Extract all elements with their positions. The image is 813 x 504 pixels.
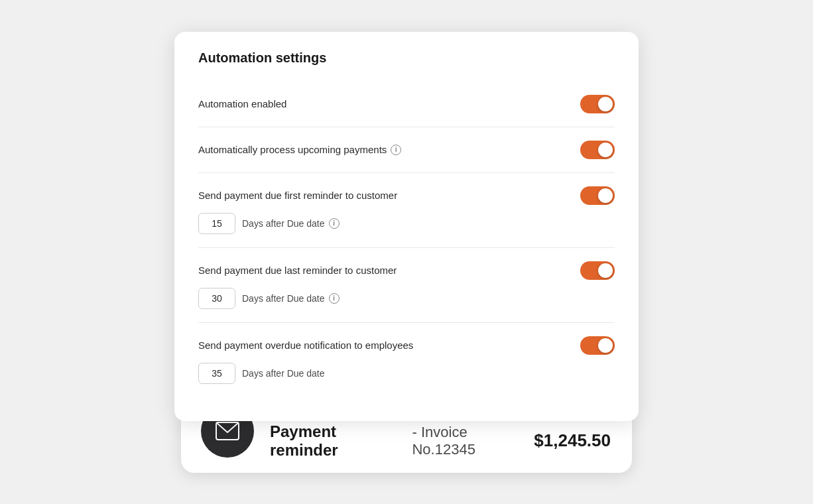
toggle-thumb: [598, 188, 613, 203]
setting-row-last-reminder: Send payment due last reminder to custom…: [198, 248, 615, 323]
envelope-icon: [216, 422, 239, 440]
setting-row-overdue: Send payment overdue notification to emp…: [198, 323, 615, 397]
first-reminder-days-input[interactable]: [198, 213, 235, 234]
first-reminder-toggle[interactable]: [580, 186, 615, 205]
setting-row-first-reminder: Send payment due first reminder to custo…: [198, 173, 615, 248]
toggle-track: [580, 336, 615, 355]
last-reminder-top: Send payment due last reminder to custom…: [198, 261, 615, 280]
first-reminder-days-label: Days after Due date i: [242, 218, 340, 229]
overdue-toggle[interactable]: [580, 336, 615, 355]
first-reminder-days-info-icon[interactable]: i: [329, 218, 340, 229]
toggle-thumb: [598, 263, 613, 278]
toggle-track: [580, 261, 615, 280]
last-reminder-days-info-icon[interactable]: i: [329, 293, 340, 304]
toggle-track: [580, 95, 615, 113]
overdue-label: Send payment overdue notification to emp…: [198, 340, 413, 351]
overdue-days-row: Days after Due date: [198, 363, 325, 384]
toggle-track: [580, 141, 615, 159]
last-reminder-days-row: Days after Due date i: [198, 288, 340, 309]
first-reminder-label: Send payment due first reminder to custo…: [198, 190, 397, 201]
last-reminder-label: Send payment due last reminder to custom…: [198, 265, 397, 276]
toggle-thumb: [598, 338, 613, 353]
toggle-thumb: [598, 143, 613, 157]
automation-settings-card: Automation settings Automation enabled A…: [174, 32, 639, 421]
last-reminder-days-input[interactable]: [198, 288, 235, 309]
auto-process-label: Automatically process upcoming payments …: [198, 144, 401, 155]
first-reminder-top: Send payment due first reminder to custo…: [198, 186, 615, 205]
reminder-amount: $1,245.50: [534, 430, 611, 451]
setting-row-automation-enabled: Automation enabled: [198, 82, 615, 127]
toggle-thumb: [598, 97, 613, 111]
automation-enabled-toggle[interactable]: [580, 95, 615, 113]
last-reminder-days-label: Days after Due date i: [242, 293, 340, 304]
overdue-days-input[interactable]: [198, 363, 235, 384]
page-container: Automation settings Automation enabled A…: [174, 32, 639, 473]
reminder-title: Payment reminder: [270, 422, 408, 460]
reminder-text-group: Payment reminder - Invoice No.12345 $1,2…: [270, 422, 611, 460]
reminder-subtitle: - Invoice No.12345: [412, 424, 534, 458]
auto-process-info-icon[interactable]: i: [391, 145, 401, 155]
automation-enabled-label: Automation enabled: [198, 98, 286, 109]
setting-row-auto-process: Automatically process upcoming payments …: [198, 127, 615, 173]
toggle-track: [580, 186, 615, 205]
auto-process-toggle[interactable]: [580, 141, 615, 159]
overdue-top: Send payment overdue notification to emp…: [198, 336, 615, 355]
first-reminder-days-row: Days after Due date i: [198, 213, 340, 234]
last-reminder-toggle[interactable]: [580, 261, 615, 280]
overdue-days-label: Days after Due date: [242, 368, 325, 379]
card-title: Automation settings: [198, 50, 615, 66]
